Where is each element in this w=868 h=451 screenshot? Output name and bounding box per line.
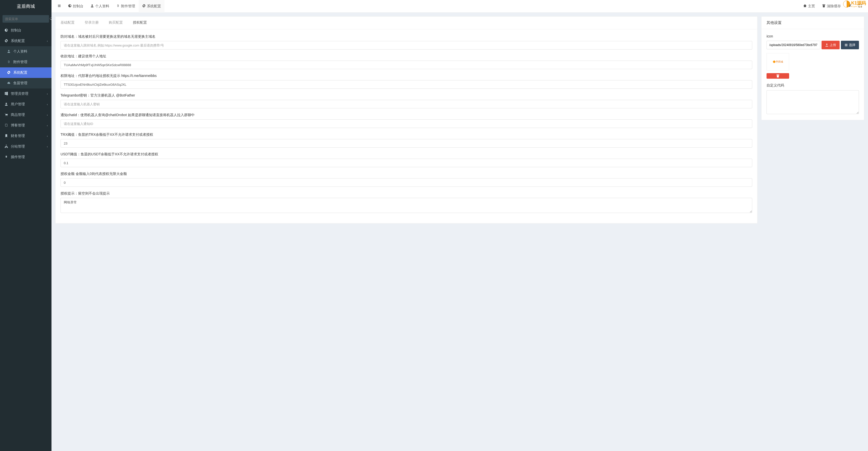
custom-code-label: 自定义代码 (767, 83, 859, 88)
upload-icon (825, 43, 829, 47)
sidebar-item-label: 控制台 (11, 28, 21, 33)
sidebar-item-label: 分站管理 (11, 144, 25, 149)
form-group-0: 防封域名：域名被封后只需要更换这里的域名无需更换主域名 (61, 34, 752, 50)
field-input-2[interactable] (61, 80, 752, 89)
sidebar-item-label: 附件管理 (13, 60, 27, 64)
topbar-item-个人资料[interactable]: 个人资料 (87, 0, 113, 12)
sidebar-item-12[interactable]: 插件管理 (0, 152, 52, 162)
icon-preview: 🔶序商城 (767, 53, 789, 71)
field-label: 防封域名：域名被封后只需要更换这里的域名无需更换主域名 (61, 34, 752, 39)
form-group-1: 收款地址：建议使用个人地址 (61, 54, 752, 69)
tab-0[interactable]: 基础配置 (56, 17, 80, 29)
tab-3[interactable]: 授权配置 (128, 17, 152, 29)
sidebar-item-label: 用户管理 (11, 102, 25, 107)
tab-2[interactable]: 购买配置 (104, 17, 128, 29)
tab-1[interactable]: 登录注册 (80, 17, 104, 29)
sidebar-item-11[interactable]: 分站管理‹ (0, 141, 52, 152)
copy-icon (848, 4, 851, 8)
chevron-left-icon: ‹ (47, 40, 48, 43)
form-group-7: 授权金额 金额输入0则代表授权无限大金额 (61, 172, 752, 187)
field-input-7[interactable] (61, 178, 752, 187)
chevron-left-icon: ‹ (47, 145, 48, 148)
sidebar-item-label: 鱼苗管理 (13, 81, 27, 85)
field-input-5[interactable] (61, 139, 752, 147)
sidebar-item-5[interactable]: 鱼苗管理 (0, 78, 52, 88)
chevron-left-icon: ‹ (47, 114, 48, 116)
topbar-item-控制台[interactable]: 控制台 (65, 0, 87, 12)
windows-icon (4, 92, 9, 96)
topbar-item-附件管理[interactable]: 附件管理 (113, 0, 138, 12)
topbar-item-copy[interactable] (844, 0, 855, 12)
select-button[interactable]: 选择 (841, 41, 859, 49)
sitemap-icon (4, 145, 9, 149)
chevron-left-icon: ‹ (47, 92, 48, 95)
sidebar-item-label: 博客管理 (11, 123, 25, 128)
field-input-6[interactable] (61, 159, 752, 167)
sidebar-item-3[interactable]: 附件管理 (0, 57, 52, 67)
bars-icon (58, 4, 61, 8)
user-icon (4, 102, 9, 107)
sidebar-item-9[interactable]: 博客管理‹ (0, 120, 52, 131)
gear-icon (142, 4, 146, 8)
sidebar-search (0, 12, 52, 25)
attach-icon (6, 60, 11, 64)
field-label: TRX阈值：鱼苗的TRX余额低于XX不允许请求支付或者授权 (61, 133, 752, 137)
brand-title: 蓝盾商城 (0, 0, 52, 12)
form-group-6: USDT阈值：鱼苗的USDT余额低于XX不允许请求支付或者授权 (61, 152, 752, 167)
dashboard-icon (4, 28, 9, 33)
field-label: 权限地址：代部署合约地址授权无提示 https://t.me/tianmeibb… (61, 74, 752, 78)
other-settings-card: 其他设置 icon 上传 选择 (761, 16, 864, 120)
sidebar-nav: 控制台系统配置‹个人资料附件管理系统配置鱼苗管理管理员管理‹用户管理‹商品管理‹… (0, 25, 52, 162)
list-icon (844, 43, 848, 47)
chevron-left-icon: ‹ (47, 103, 48, 106)
sidebar-item-label: 个人资料 (13, 49, 27, 54)
topbar-item-expand[interactable] (855, 0, 866, 12)
gear-icon (6, 71, 11, 75)
trash-icon (776, 74, 780, 78)
sidebar-item-2[interactable]: 个人资料 (0, 46, 52, 57)
topbar-item-清除缓存[interactable]: 清除缓存 (818, 0, 844, 12)
upload-button[interactable]: 上传 (822, 41, 840, 49)
icon-path-input[interactable] (767, 41, 820, 49)
form-group-3: Telegrambot密钥：官方注册机器人 @BotFather (61, 93, 752, 108)
bookmark-icon (4, 134, 9, 138)
dashboard-icon (68, 4, 71, 8)
sidebar-item-label: 管理员管理 (11, 91, 28, 96)
sidebar: 蓝盾商城 控制台系统配置‹个人资料附件管理系统配置鱼苗管理管理员管理‹用户管理‹… (0, 0, 52, 451)
field-input-8[interactable] (61, 198, 752, 213)
form-group-8: 授权提示：留空则不会出现提示 (61, 191, 752, 214)
sidebar-item-0[interactable]: 控制台 (0, 25, 52, 36)
field-input-3[interactable] (61, 100, 752, 108)
config-form: 防封域名：域名被封后只需要更换这里的域名无需更换主域名收款地址：建议使用个人地址… (55, 29, 757, 224)
field-label: USDT阈值：鱼苗的USDT余额低于XX不允许请求支付或者授权 (61, 152, 752, 157)
sidebar-item-1[interactable]: 系统配置‹ (0, 36, 52, 46)
field-input-4[interactable] (61, 119, 752, 128)
custom-code-textarea[interactable] (767, 90, 859, 114)
topbar-item-系统配置[interactable]: 系统配置 (138, 0, 164, 12)
user-icon (90, 4, 94, 8)
sidebar-item-8[interactable]: 商品管理‹ (0, 110, 52, 120)
trash-icon (822, 4, 826, 8)
book-icon (4, 123, 9, 128)
sidebar-item-label: 商品管理 (11, 113, 25, 117)
main-area: 控制台个人资料附件管理系统配置 主页清除缓存 基础配置登录注册购买配置授权配置 … (52, 0, 868, 451)
sidebar-item-4[interactable]: 系统配置 (0, 67, 52, 78)
chevron-left-icon: ‹ (47, 124, 48, 127)
topbar-item-bars[interactable] (54, 0, 65, 12)
card-title: 其他设置 (762, 17, 864, 29)
field-input-1[interactable] (61, 61, 752, 69)
sidebar-item-6[interactable]: 管理员管理‹ (0, 88, 52, 99)
attach-icon (116, 4, 120, 8)
sidebar-item-7[interactable]: 用户管理‹ (0, 99, 52, 110)
delete-icon-button[interactable] (767, 73, 789, 79)
cart-icon (4, 113, 9, 117)
sidebar-item-10[interactable]: 财务管理‹ (0, 131, 52, 141)
plug-icon (4, 155, 9, 159)
icon-label: icon (767, 34, 859, 38)
topbar-item-主页[interactable]: 主页 (800, 0, 818, 12)
content: 基础配置登录注册购买配置授权配置 防封域名：域名被封后只需要更换这里的域名无需更… (52, 12, 868, 451)
search-input[interactable] (2, 15, 50, 23)
field-label: 授权提示：留空则不会出现提示 (61, 191, 752, 196)
topbar: 控制台个人资料附件管理系统配置 主页清除缓存 (52, 0, 868, 12)
field-input-0[interactable] (61, 41, 752, 50)
